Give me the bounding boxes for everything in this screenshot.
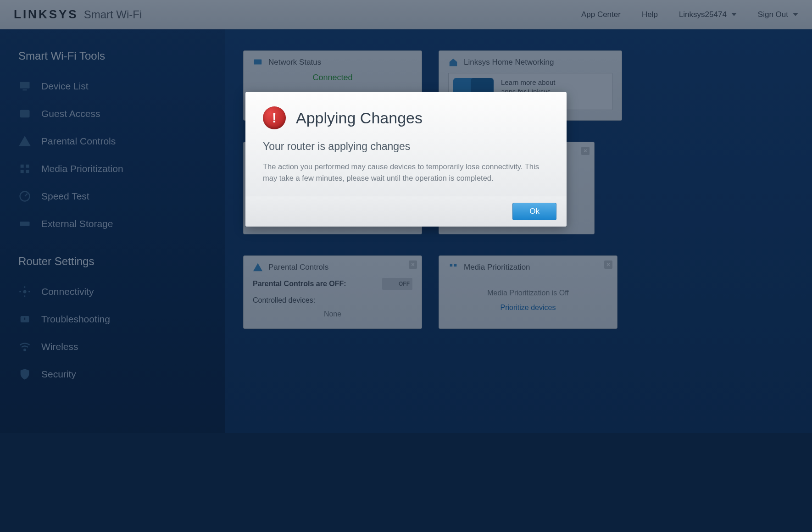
dialog-subtitle: Your router is applying changes [263,140,549,153]
alert-icon: ! [263,106,286,129]
dialog-title: Applying Changes [296,109,423,127]
dialog-body-text: The action you performed may cause devic… [263,161,549,184]
ok-button-label: Ok [529,207,539,216]
dialog-applying-changes: ! Applying Changes Your router is applyi… [245,92,567,227]
modal-overlay: ! Applying Changes Your router is applyi… [0,0,812,532]
ok-button[interactable]: Ok [512,203,556,220]
